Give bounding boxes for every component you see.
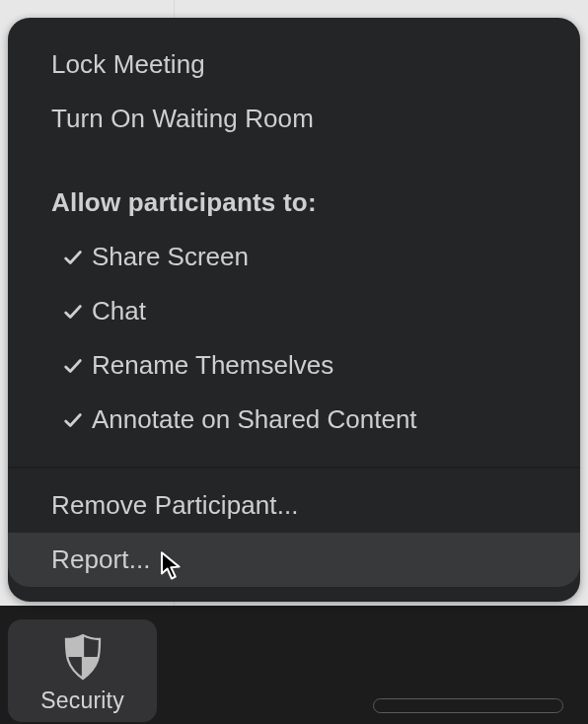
shield-icon (62, 633, 104, 681)
permission-annotate[interactable]: Annotate on Shared Content (8, 393, 580, 447)
menu-item-report[interactable]: Report... (8, 533, 580, 587)
menu-item-waiting-room[interactable]: Turn On Waiting Room (8, 92, 580, 146)
meeting-toolbar: Security (0, 606, 588, 724)
check-icon (62, 409, 90, 431)
menu-item-lock-meeting[interactable]: Lock Meeting (8, 37, 580, 92)
permission-label: Annotate on Shared Content (92, 404, 417, 435)
check-icon (62, 301, 90, 323)
permission-rename[interactable]: Rename Themselves (8, 338, 580, 393)
menu-item-label: Turn On Waiting Room (51, 104, 314, 134)
check-icon (62, 247, 90, 268)
permission-label: Rename Themselves (92, 350, 333, 381)
permission-chat[interactable]: Chat (8, 284, 580, 338)
permission-share-screen[interactable]: Share Screen (8, 230, 580, 284)
menu-item-label: Remove Participant... (51, 490, 299, 521)
cursor-icon (159, 551, 184, 581)
menu-item-label: Lock Meeting (51, 49, 205, 80)
menu-divider (8, 467, 580, 469)
security-button-label: Security (40, 688, 124, 714)
security-button[interactable]: Security (8, 619, 157, 722)
security-menu: Lock Meeting Turn On Waiting Room Allow … (8, 18, 580, 602)
permissions-header-label: Allow participants to: (51, 187, 317, 218)
check-icon (62, 355, 90, 377)
permission-label: Chat (92, 296, 146, 326)
toolbar-scrollbar[interactable] (373, 698, 563, 713)
menu-item-label: Report... (51, 544, 151, 575)
menu-item-remove-participant[interactable]: Remove Participant... (8, 478, 580, 533)
permission-label: Share Screen (92, 242, 249, 272)
permissions-header: Allow participants to: (8, 176, 580, 230)
